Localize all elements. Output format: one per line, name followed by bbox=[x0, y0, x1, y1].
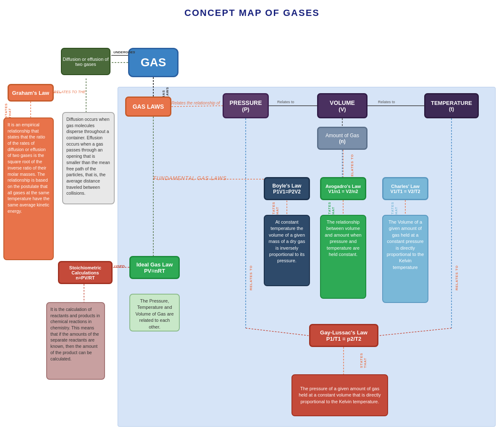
gas-node: GAS bbox=[128, 48, 178, 77]
charles-desc: The Volume of a given amount of gas held… bbox=[382, 215, 428, 303]
relatestoamount-label: RELATES TO bbox=[350, 150, 354, 179]
avogadros-desc: The relationship between volume and amou… bbox=[320, 215, 366, 299]
volume-node: VOLUME (V) bbox=[317, 93, 368, 118]
statesthat-label: STATES THAT bbox=[4, 95, 12, 118]
grahamslaw-node: Graham's Law bbox=[8, 84, 54, 102]
page-title: CONCEPT MAP OF GASES bbox=[0, 0, 504, 22]
amountgas-node: Amount of Gas (n) bbox=[317, 127, 368, 150]
stoichiometric-desc: It is the calculation of reactants and p… bbox=[46, 302, 105, 380]
avogadroslaw-node: Avogadro's Law V1/n1 = V2/n2 bbox=[320, 177, 366, 200]
relates-rel-label: Relates the relationship of bbox=[171, 101, 220, 105]
relatesto-right-label: RELATES TO bbox=[455, 227, 459, 290]
relatesto-left-label: RELATES TO bbox=[249, 227, 253, 290]
gaslaws-node: GAS LAWS bbox=[125, 97, 171, 117]
boyleslaw-node: Boyle's Law P1V1=P2V2 bbox=[264, 177, 310, 200]
charleslaw-node: Charles' Law V1/T1 = V2/T2 bbox=[382, 177, 428, 200]
grahams-desc: It is an empirical relationship that sta… bbox=[3, 117, 54, 260]
statesthat-boyles-label: STATES THAT bbox=[272, 200, 279, 217]
idealgas-desc: The Pressure, Temperature and Volume of … bbox=[129, 294, 180, 331]
boyles-desc: At constant temperature the volume of a … bbox=[264, 215, 310, 286]
diffusion-desc: Diffusion occurs when gas molecules disp… bbox=[62, 112, 115, 204]
statesthat-charles-label: STATES THAT bbox=[391, 200, 398, 217]
haslaws-label: HAS LAWS bbox=[162, 77, 169, 98]
idealgaslaw-node: Ideal Gas Law PV=nRT bbox=[129, 256, 180, 279]
gaylussac-desc: The pressure of a given amount of gas he… bbox=[291, 374, 388, 416]
relates-to1-label: Relates to bbox=[277, 100, 294, 104]
stoichiometric-node: Stoichiometric Calculations n=PV/RT bbox=[58, 261, 113, 284]
statesthat-gaylussac-label: STATES THAT bbox=[360, 347, 367, 368]
gaylussac-node: Gay-Lussac's Law P1/T1 = p2/T2 bbox=[309, 324, 378, 347]
statesthat-avogadro-label: STATES THAT bbox=[328, 200, 335, 217]
relates-to2-label: Relates to bbox=[378, 100, 395, 104]
diffusion-node: Diffusion or effusion of two gases bbox=[61, 48, 110, 75]
undergoes-label: UNDERGOES bbox=[113, 50, 135, 54]
used-label: USED bbox=[114, 264, 125, 269]
temperature-node: TEMPERATURE (t) bbox=[424, 93, 479, 118]
pressure-node: PRESSURE (P) bbox=[223, 93, 269, 118]
relatestothegrahams-label: RELATES TO THE bbox=[54, 90, 86, 94]
fundamental-label: FUNDAMENTAL GAS LAWS bbox=[153, 175, 227, 181]
concept-map: GAS Diffusion or effusion of two gases U… bbox=[0, 22, 504, 428]
